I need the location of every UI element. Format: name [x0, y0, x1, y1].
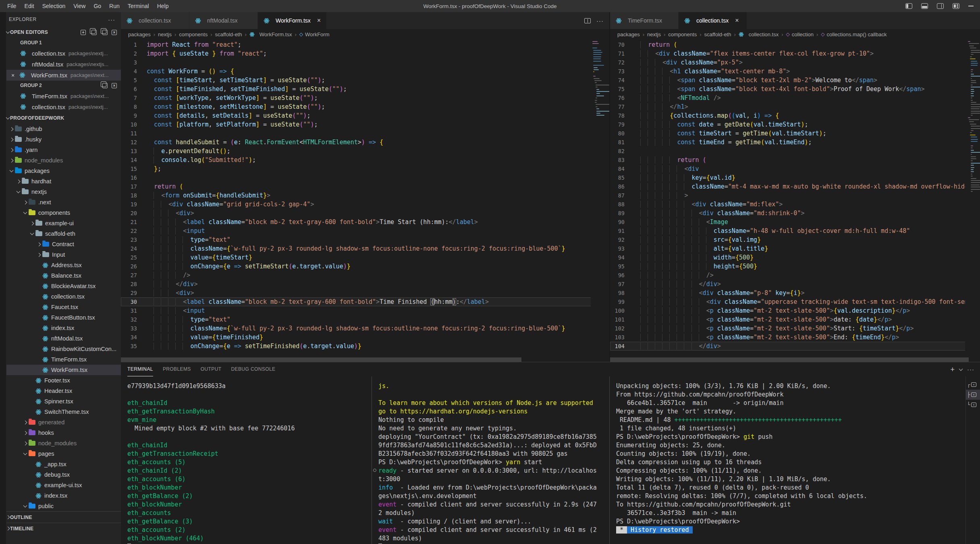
tree-item-github[interactable]: .github: [6, 124, 121, 134]
terminal-pane-1[interactable]: e77939b13d47f1d091e9568633aeth_chainIdet…: [121, 376, 372, 544]
tree-item-yarn[interactable]: .yarn: [6, 145, 121, 155]
breadcrumb-item[interactable]: ◇collections.map() callback: [821, 31, 887, 37]
tree-item-pages[interactable]: pages: [6, 448, 121, 459]
tab-close-icon[interactable]: ×: [317, 17, 321, 24]
save-all-icon[interactable]: [102, 30, 108, 35]
code-line[interactable]: 11: [121, 129, 609, 138]
panel-tab-debug-console[interactable]: DEBUG CONSOLE: [231, 362, 276, 376]
code-line[interactable]: 104 </div>: [610, 342, 980, 351]
more-actions-icon[interactable]: ···: [967, 366, 974, 373]
code-line[interactable]: 81 const timeEnd = getTime(val.timeEnd);: [610, 138, 980, 147]
code-line[interactable]: 89 <div className="md:shrink-0">: [610, 209, 980, 218]
panel-tab-output[interactable]: OUTPUT: [201, 362, 222, 376]
tree-item-Addresstsx[interactable]: Address.tsx: [6, 260, 121, 270]
layout-customize-icon[interactable]: [953, 3, 959, 9]
tree-item-hooks[interactable]: hooks: [6, 428, 121, 438]
code-line[interactable]: 28 </div>: [121, 280, 609, 289]
code-line[interactable]: 84 <div: [610, 164, 980, 173]
tree-item-BlockieAvatartsx[interactable]: BlockieAvatar.tsx: [6, 281, 121, 291]
breadcrumb-item[interactable]: ◇WorkForm: [299, 31, 330, 37]
code-line[interactable]: 33 className={`w-full py-2 px-3 rounded-…: [121, 324, 609, 333]
menu-run[interactable]: Run: [105, 0, 124, 12]
breadcrumb-item[interactable]: packages: [617, 31, 640, 37]
code-line[interactable]: 24 className={`w-full py-2 px-3 rounded-…: [121, 244, 609, 253]
tree-item-FaucetButtontsx[interactable]: FaucetButton.tsx: [6, 312, 121, 323]
code-line[interactable]: 92 src={val.img}: [610, 235, 980, 244]
tree-item-next[interactable]: .next: [6, 197, 121, 208]
code-line[interactable]: 80 const timeStart = getTime(val.timeSta…: [610, 129, 980, 138]
code-line[interactable]: 77 </h1>: [610, 102, 980, 111]
code-line[interactable]: 101 <p className="mt-2 text-slate-500">d…: [610, 315, 980, 324]
tree-item-TimeFormtsx[interactable]: TimeForm.tsx: [6, 354, 121, 365]
code-line[interactable]: 23 type="text": [121, 235, 609, 244]
code-line[interactable]: 94 width={500}: [610, 253, 980, 262]
menu-terminal[interactable]: Terminal: [124, 0, 153, 12]
code-line[interactable]: 9 const [details, setDetails] = useState…: [121, 111, 609, 120]
code-line[interactable]: 88 <div className="md:flex">: [610, 200, 980, 209]
code-line[interactable]: 20 <div>: [121, 209, 609, 218]
code-line[interactable]: 30 <label className="block mb-2 text-gra…: [121, 297, 609, 306]
minimap[interactable]: [965, 39, 980, 362]
code-line[interactable]: 3: [121, 58, 609, 67]
tree-item-node_modules[interactable]: node_modules: [6, 438, 121, 448]
code-line[interactable]: 98 <div className="p-8" key={i}>: [610, 289, 980, 297]
tab-collection.tsx[interactable]: collection.tsx: [121, 12, 189, 29]
code-line[interactable]: 95 height={500}: [610, 262, 980, 271]
tree-item-Headertsx[interactable]: Header.tsx: [6, 386, 121, 396]
breadcrumb-item[interactable]: components: [668, 31, 697, 37]
horizontal-scrollbar[interactable]: [610, 357, 969, 362]
code-line[interactable]: 91 className="h-48 w-full object-cover m…: [610, 226, 980, 235]
layout-panel-toggle-icon[interactable]: [921, 3, 928, 9]
breadcrumb-item[interactable]: collection.tsx: [739, 31, 779, 37]
section-timeline[interactable]: TIMELINE: [6, 523, 121, 534]
code-line[interactable]: 21 <label className="block mb-2 text-gra…: [121, 218, 609, 226]
open-editors-header[interactable]: OPEN EDITORS: [6, 27, 121, 38]
code-line[interactable]: 25 value={timeStart}: [121, 253, 609, 262]
tree-item-RainbowKitCustomCon[interactable]: RainbowKitCustomCon...: [6, 344, 121, 354]
code-line[interactable]: 87 >: [610, 191, 980, 200]
code-line[interactable]: 71 <div className="flex items-center fle…: [610, 49, 980, 58]
code-line[interactable]: 8 const [milestone, setMilestone] = useS…: [121, 102, 609, 111]
open-editor-item[interactable]: ×WorkForm.tsxpackages\next...: [6, 70, 121, 81]
menu-help[interactable]: Help: [153, 0, 173, 12]
menu-selection[interactable]: Selection: [38, 0, 70, 12]
menu-view[interactable]: View: [69, 0, 89, 12]
close-editor-icon[interactable]: ×: [11, 72, 19, 79]
code-line[interactable]: 13 e.preventDefault();: [121, 147, 609, 156]
tree-item-node_modules[interactable]: node_modules: [6, 155, 121, 166]
tree-item-components[interactable]: components: [6, 208, 121, 218]
open-editor-item[interactable]: TimeForm.tsxpackages\next...: [6, 91, 121, 102]
tree-item-indextsx[interactable]: index.tsx: [6, 490, 121, 501]
breadcrumb-item[interactable]: scaffold-eth: [215, 31, 242, 37]
code-line[interactable]: 78 {collections.map((val, i) => {: [610, 111, 980, 120]
minimap[interactable]: [591, 39, 609, 362]
tree-item-packages[interactable]: packages: [6, 166, 121, 176]
tree-item-Faucettsx[interactable]: Faucet.tsx: [6, 302, 121, 312]
code-line[interactable]: 27 />: [121, 271, 609, 280]
tree-item-example-uitsx[interactable]: example-ui.tsx: [6, 480, 121, 490]
new-terminal-icon[interactable]: +: [950, 366, 955, 373]
code-line[interactable]: 34 value={timeFinished}: [121, 333, 609, 342]
close-all-editors-icon[interactable]: [112, 30, 117, 35]
tree-item-scaffold-eth[interactable]: scaffold-eth: [6, 228, 121, 239]
breadcrumb-item[interactable]: packages: [128, 31, 151, 37]
terminal-list-item-1[interactable]: ┌: [966, 380, 980, 390]
code-line[interactable]: 70 return (: [610, 40, 980, 49]
tree-item-nftModaltsx[interactable]: nftModal.tsx: [6, 333, 121, 344]
code-line[interactable]: 1import React from "react";: [121, 40, 609, 49]
menu-file[interactable]: File: [3, 0, 21, 12]
split-editor-icon[interactable]: [584, 18, 591, 23]
tree-item-Input[interactable]: Input: [6, 249, 121, 260]
code-line[interactable]: 10 const [platform, setPlatform] = useSt…: [121, 120, 609, 129]
code-line[interactable]: 16: [121, 173, 609, 182]
breadcrumb-item[interactable]: ◇collection: [786, 31, 814, 37]
code-line[interactable]: 79 const date = getDate(val.timeStart);: [610, 120, 980, 129]
code-editor[interactable]: 70 return (71 <div className="flex items…: [610, 39, 980, 362]
code-line[interactable]: 22 <input: [121, 226, 609, 235]
code-line[interactable]: 102 <p className="mt-2 text-slate-500">S…: [610, 324, 980, 333]
terminal-pane-2[interactable]: js.To learn more about which versions of…: [372, 376, 609, 544]
code-line[interactable]: 15 };: [121, 164, 609, 173]
code-line[interactable]: 12 const handleSubmit = (e: React.FormEv…: [121, 138, 609, 147]
tree-item-_apptsx[interactable]: _app.tsx: [6, 459, 121, 469]
tree-item-collectiontsx[interactable]: collection.tsx: [6, 291, 121, 302]
